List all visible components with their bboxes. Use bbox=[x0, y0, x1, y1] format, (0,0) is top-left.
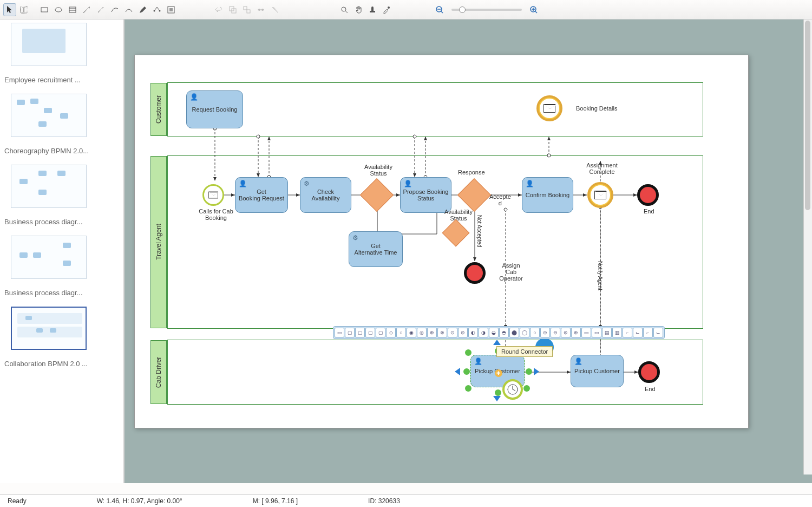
shape-cell[interactable]: ⌐ bbox=[643, 328, 653, 337]
shape-cell[interactable]: ⊝ bbox=[540, 328, 550, 337]
arc-tool[interactable] bbox=[122, 3, 135, 16]
lane-customer[interactable]: Customer bbox=[167, 82, 703, 136]
shape-cell[interactable]: ◒ bbox=[489, 328, 499, 337]
task-get-alternative[interactable]: ⚙Get Alternative Time bbox=[349, 231, 403, 267]
shape-cell[interactable]: ◯ bbox=[520, 328, 529, 337]
task-pickup-customer-2[interactable]: 👤Pickup Customer bbox=[571, 355, 624, 387]
shape-cell[interactable]: ⊙ bbox=[448, 328, 457, 337]
shape-cell[interactable]: ⊜ bbox=[561, 328, 571, 337]
shape-cell[interactable]: ◉ bbox=[407, 328, 416, 337]
selection-handle[interactable] bbox=[526, 368, 532, 375]
pan-tool[interactable] bbox=[352, 3, 365, 16]
event-end-travel[interactable] bbox=[464, 262, 486, 284]
lane-header-driver: Cab Driver bbox=[150, 340, 167, 404]
pencil-tool[interactable] bbox=[136, 3, 149, 16]
shape-cell[interactable]: ▢ bbox=[376, 328, 385, 337]
shape-cell[interactable]: ⌐ bbox=[623, 328, 632, 337]
event-end-2[interactable] bbox=[638, 361, 660, 383]
selection-handle[interactable] bbox=[463, 368, 470, 375]
thumbnail-3[interactable]: Business process diagr... bbox=[4, 165, 119, 226]
envelope-icon bbox=[208, 192, 218, 199]
page-thumbnails-sidebar[interactable]: Employee recruitment ... Choreography BP… bbox=[0, 20, 125, 483]
oval-tool[interactable] bbox=[52, 3, 65, 16]
shape-cell[interactable]: ⊗ bbox=[437, 328, 447, 337]
shape-cell[interactable]: ▢ bbox=[345, 328, 355, 337]
text-tool[interactable]: T bbox=[17, 3, 30, 16]
svg-rect-16 bbox=[247, 10, 250, 13]
label-assign-cab: Assign Cab Operator bbox=[495, 262, 527, 282]
task-propose-status[interactable]: 👤Propose Booking Status bbox=[400, 177, 451, 213]
rect-tool[interactable] bbox=[38, 3, 51, 16]
direction-handle[interactable] bbox=[493, 396, 501, 401]
thumbnail-1[interactable]: Employee recruitment ... bbox=[4, 23, 119, 84]
shape-cell[interactable]: ▤ bbox=[602, 328, 612, 337]
selection-handle[interactable] bbox=[465, 385, 472, 392]
zoom-in-button[interactable] bbox=[527, 3, 540, 16]
shape-cell[interactable]: ◇ bbox=[386, 328, 396, 337]
frame-tool[interactable] bbox=[165, 3, 178, 16]
direction-handle[interactable] bbox=[493, 340, 501, 345]
shape-cell[interactable]: ⌙ bbox=[633, 328, 643, 337]
thumbnail-2[interactable]: Choreography BPMN 2.0... bbox=[4, 94, 119, 155]
shape-cell[interactable]: ▭ bbox=[335, 328, 344, 337]
svg-line-32 bbox=[535, 11, 537, 13]
shape-cell[interactable]: ▢ bbox=[355, 328, 365, 337]
shape-cell[interactable]: ○ bbox=[396, 328, 406, 337]
shape-cell[interactable]: ▭ bbox=[592, 328, 601, 337]
shape-cell[interactable]: ⊘ bbox=[458, 328, 468, 337]
shape-cell[interactable]: ▭ bbox=[581, 328, 591, 337]
selection-handle[interactable] bbox=[495, 389, 501, 396]
shape-cell[interactable]: ▢ bbox=[365, 328, 375, 337]
shape-cell[interactable]: ◐ bbox=[468, 328, 478, 337]
shape-cell[interactable]: ⬤ bbox=[509, 328, 519, 337]
ungroup-button[interactable] bbox=[240, 3, 253, 16]
stamp-tool[interactable] bbox=[366, 3, 379, 16]
thumbnail-5[interactable]: Collaboration BPMN 2.0 ... bbox=[4, 307, 119, 368]
event-end-1[interactable] bbox=[637, 184, 659, 206]
drawing-page[interactable]: Customer Travel Agent Cab Driver 👤Reques… bbox=[134, 55, 749, 428]
shape-cell[interactable]: ⌙ bbox=[653, 328, 663, 337]
task-request-booking[interactable]: 👤Request Booking bbox=[186, 90, 243, 128]
event-assignment-complete[interactable] bbox=[587, 182, 613, 208]
task-confirm-booking[interactable]: 👤Confirm Booking bbox=[522, 177, 573, 213]
eyedropper-tool[interactable] bbox=[380, 3, 393, 16]
thumbnail-4[interactable]: Business process diagr... bbox=[4, 236, 119, 297]
canvas-area[interactable]: Customer Travel Agent Cab Driver 👤Reques… bbox=[125, 20, 812, 483]
timer-event[interactable] bbox=[502, 379, 523, 400]
selection-handle[interactable] bbox=[523, 385, 530, 392]
shape-cell[interactable]: ⊕ bbox=[427, 328, 437, 337]
shape-cell[interactable]: ▥ bbox=[612, 328, 622, 337]
align-button[interactable] bbox=[254, 3, 267, 16]
vertical-scrollbar[interactable] bbox=[803, 20, 812, 474]
line-tool[interactable] bbox=[94, 3, 107, 16]
zoom-out-button[interactable] bbox=[433, 3, 446, 16]
task-check-availability[interactable]: ⚙Check Availability bbox=[300, 177, 351, 213]
shape-cell[interactable]: ◑ bbox=[479, 328, 488, 337]
direction-handle[interactable] bbox=[455, 368, 460, 375]
shape-cell[interactable]: ◎ bbox=[417, 328, 427, 337]
shape-cell[interactable]: ⊖ bbox=[551, 328, 560, 337]
zoom-slider[interactable] bbox=[451, 9, 522, 11]
zoom-area-tool[interactable] bbox=[338, 3, 351, 16]
direction-handle[interactable] bbox=[534, 368, 539, 375]
curve-tool[interactable] bbox=[108, 3, 121, 16]
distribute-button[interactable] bbox=[269, 3, 281, 16]
event-calls-for-booking[interactable] bbox=[202, 184, 224, 206]
connector-tool[interactable] bbox=[80, 3, 93, 16]
task-get-booking-request[interactable]: 👤Get Booking Request bbox=[235, 177, 288, 213]
select-tool[interactable] bbox=[3, 3, 16, 16]
shape-edit-tool[interactable] bbox=[150, 3, 163, 16]
lane-header-customer: Customer bbox=[150, 83, 167, 136]
undo-button[interactable] bbox=[212, 3, 225, 16]
selection-handle[interactable] bbox=[465, 349, 472, 356]
group-button[interactable] bbox=[226, 3, 239, 16]
shape-cell[interactable]: ⊛ bbox=[571, 328, 581, 337]
shape-cell[interactable]: ◓ bbox=[499, 328, 509, 337]
shape-cell[interactable]: ○ bbox=[530, 328, 540, 337]
table-tool[interactable] bbox=[66, 3, 79, 16]
plus-badge-icon: ✚ bbox=[495, 369, 502, 377]
event-booking-details[interactable] bbox=[536, 95, 562, 121]
shape-tray[interactable]: ▭▢▢▢▢◇○◉◎⊕⊗⊙⊘◐◑◒◓⬤◯○⊝⊖⊜⊛▭▭▤▥⌐⌙⌐⌙ bbox=[333, 326, 665, 339]
svg-point-24 bbox=[371, 6, 374, 9]
envelope-icon bbox=[543, 104, 555, 113]
